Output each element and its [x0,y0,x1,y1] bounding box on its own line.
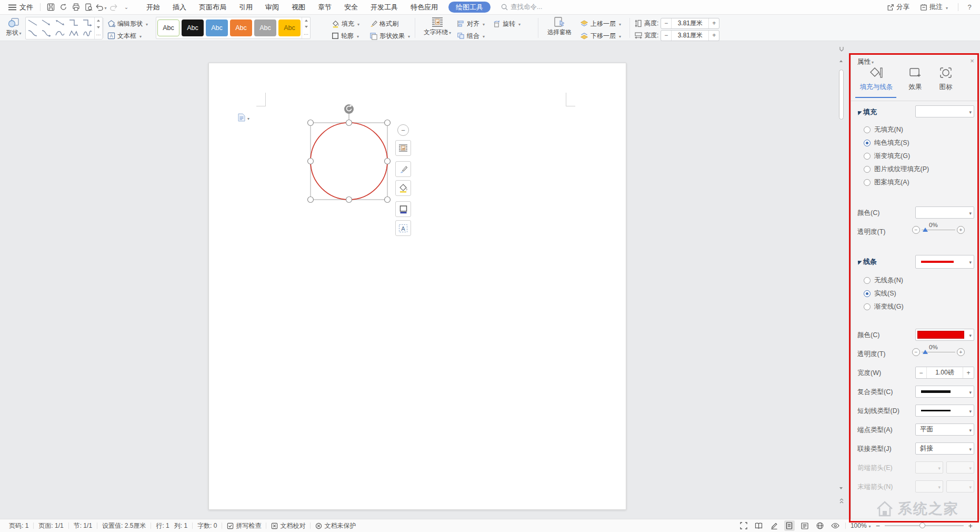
style-swatch-blue[interactable]: Abc [206,19,228,36]
radio-pattern-fill[interactable]: 图案填充(A) [864,178,909,187]
shape-elbow-arrow[interactable] [81,17,94,28]
comment-dropdown[interactable] [945,4,948,11]
radio-gradient-line[interactable]: 渐变线(G) [864,302,904,311]
compound-type-dropdown[interactable] [915,386,974,398]
selection-pane-button[interactable]: 选择窗格 [543,17,576,36]
shape-scribble[interactable] [81,28,94,38]
line-preset-dropdown[interactable] [915,255,974,269]
cap-type-dropdown[interactable]: 平面 [915,423,974,436]
line-width-value[interactable]: 1.00磅 [926,367,963,378]
tab-effects[interactable]: 效果 [904,66,927,92]
width-value[interactable]: 3.81厘米 [671,31,709,41]
format-painter-button[interactable]: 格式刷 [369,18,398,29]
gallery-down-button[interactable] [97,26,100,28]
transparency-track[interactable]: 0% [922,230,955,230]
text-options-button[interactable]: A [395,220,411,236]
transparency-thumb[interactable] [923,350,928,354]
rotate-button[interactable]: 旋转 [493,18,521,29]
transparency-minus-button[interactable]: − [912,226,920,234]
fullscreen-button[interactable] [738,520,749,531]
status-setting-value[interactable]: 设置值: 2.5厘米 [97,521,151,530]
page-view-button[interactable] [784,520,795,531]
style-gallery-up-button[interactable] [305,19,308,22]
fill-button[interactable]: 填充 [332,18,359,29]
tab-icon[interactable]: 图标 [934,66,957,92]
begin-arrow-type-dropdown[interactable] [915,461,943,474]
page-settings-button[interactable] [238,113,249,122]
width-minus-button[interactable]: − [916,369,926,377]
text-wrap-button[interactable]: 文字环绕 [419,17,456,36]
tab-view[interactable]: 视图 [285,0,312,14]
collapse-toolbar-button[interactable] [397,124,409,136]
help-button[interactable] [964,3,975,11]
print-button[interactable] [69,2,82,13]
oval-shape[interactable] [311,123,387,200]
scroll-down-button[interactable] [839,487,843,489]
tab-insert[interactable]: 插入 [166,0,193,14]
radio-solid-fill[interactable]: 纯色填充(S) [864,139,909,147]
write-mode-button[interactable] [769,520,779,531]
outline-button[interactable]: 轮廓 [332,31,359,41]
eye-protection-button[interactable] [830,520,841,531]
gallery-more-button[interactable] [96,33,101,37]
fill-section-header[interactable]: 填充 [857,107,877,117]
transparency-plus-button[interactable]: + [957,226,965,234]
shape-effects-button[interactable]: 形状效果 [369,31,410,41]
tab-special-apps[interactable]: 特色应用 [404,0,444,14]
width-minus-button[interactable]: − [661,32,671,39]
transparency-minus-button[interactable]: − [912,348,920,356]
style-swatch-gray[interactable]: Abc [254,19,276,36]
width-plus-button[interactable]: + [709,32,719,39]
dash-type-dropdown[interactable] [915,405,974,417]
style-gallery-more-button[interactable] [304,33,308,36]
document-protection-button[interactable]: 文档未保护 [311,521,361,530]
file-menu[interactable]: 文件 [5,3,36,12]
style-swatch-black[interactable]: Abc [182,19,204,36]
tab-section[interactable]: 章节 [312,0,338,14]
tab-security[interactable]: 安全 [338,0,364,14]
web-view-button[interactable] [815,520,825,531]
handle-s[interactable] [346,197,352,203]
edit-shape-button[interactable]: 编辑形状 [107,18,148,29]
shape-arrow[interactable] [39,17,53,28]
zoom-out-button[interactable]: − [876,521,880,530]
spell-check-button[interactable]: 拼写检查 [222,521,266,530]
status-page-number[interactable]: 页码: 1 [4,521,33,530]
tab-fill-and-line[interactable]: 填充与线条 [857,66,895,92]
zoom-slider-thumb[interactable] [919,523,925,528]
outline-view-button[interactable] [799,520,810,531]
shape-curve[interactable] [53,28,67,38]
style-brush-button[interactable] [395,161,411,177]
radio-solid-line[interactable]: 实线(S) [864,289,896,298]
style-gallery-down-button[interactable] [305,26,308,28]
proofread-button[interactable]: 文档校对 [266,521,310,530]
ribbon-pin-icon[interactable] [839,46,844,52]
status-word-count[interactable]: 字数: 0 [193,521,222,530]
send-backward-button[interactable]: 下移一层 [580,31,621,41]
print-preview-button[interactable] [82,2,95,13]
end-arrow-type-dropdown[interactable] [915,480,943,492]
handle-nw[interactable] [308,120,314,126]
handle-w[interactable] [308,159,314,164]
tab-page-layout[interactable]: 页面布局 [193,0,233,14]
bring-forward-button[interactable]: 上移一层 [580,18,621,29]
transparency-thumb[interactable] [923,228,928,232]
outline-color-button[interactable] [395,201,411,217]
transparency-track[interactable]: 0% [922,352,955,352]
wrap-options-button[interactable] [395,140,411,156]
command-search[interactable]: 查找命令... [501,3,542,12]
fill-color-button[interactable] [395,180,411,196]
width-plus-button[interactable]: + [963,369,974,377]
style-swatch-orange[interactable]: Abc [230,19,252,36]
scroll-thumb[interactable] [839,70,844,120]
radio-no-fill[interactable]: 无填充(N) [864,125,903,134]
page-settings-dropdown[interactable] [246,113,249,122]
handle-sw[interactable] [308,197,314,203]
gallery-up-button[interactable] [97,19,100,22]
style-swatch-yellow[interactable]: Abc [278,19,301,36]
handle-ne[interactable] [385,120,391,126]
read-mode-button[interactable] [754,520,764,531]
export-pdf-button[interactable] [57,2,69,13]
tab-dev-tools[interactable]: 开发工具 [364,0,404,14]
rotate-handle[interactable] [344,104,354,114]
